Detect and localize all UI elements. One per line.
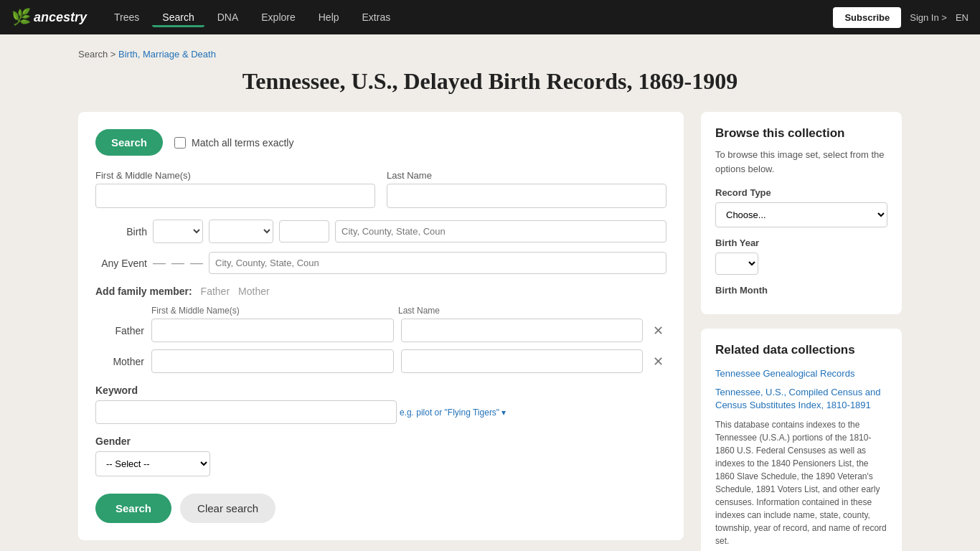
first-middle-group: First & Middle Name(s) bbox=[95, 170, 375, 208]
main-content: Search > Birth, Marriage & Death Tenness… bbox=[67, 34, 913, 551]
last-name-label: Last Name bbox=[387, 170, 666, 181]
search-panel: Search Match all terms exactly First & M… bbox=[78, 112, 684, 540]
mother-row: Mother ✕ bbox=[95, 349, 666, 373]
birth-month-label: Birth Month bbox=[715, 285, 887, 296]
related-link-1[interactable]: Tennessee, U.S., Compiled Census and Cen… bbox=[715, 386, 887, 412]
add-mother-link[interactable]: Mother bbox=[238, 286, 270, 297]
related-collections-card: Related data collections Tennessee Genea… bbox=[701, 329, 902, 551]
nav-search[interactable]: Search bbox=[152, 7, 204, 27]
subscribe-button[interactable]: Subscribe bbox=[833, 7, 901, 28]
keyword-hint[interactable]: e.g. pilot or "Flying Tigers" ▾ bbox=[400, 408, 506, 418]
search-button-top[interactable]: Search bbox=[95, 129, 163, 156]
family-member-headers: First & Middle Name(s) Last Name bbox=[151, 306, 666, 316]
logo[interactable]: 🌿 ancestry bbox=[11, 8, 87, 27]
related-link-0[interactable]: Tennessee Genealogical Records bbox=[715, 367, 887, 380]
nav-dna[interactable]: DNA bbox=[207, 7, 249, 27]
last-name-input[interactable] bbox=[387, 184, 666, 208]
add-family-row: Add family member: Father Mother bbox=[95, 286, 666, 297]
logo-text: ancestry bbox=[34, 10, 87, 25]
related-desc-1: This database contains indexes to the Te… bbox=[715, 418, 887, 547]
add-family-label: Add family member: bbox=[95, 286, 192, 297]
breadcrumb-search: Search bbox=[78, 49, 108, 60]
record-type-select[interactable]: Choose... bbox=[715, 202, 887, 227]
gender-section: Gender -- Select -- Male Female bbox=[95, 435, 666, 476]
browse-collection-title: Browse this collection bbox=[715, 126, 887, 141]
any-event-dash3: — bbox=[190, 255, 203, 270]
birth-label: Birth bbox=[95, 226, 147, 237]
mother-last-name-input[interactable] bbox=[401, 349, 644, 373]
two-column-layout: Search Match all terms exactly First & M… bbox=[78, 112, 902, 551]
mother-label: Mother bbox=[95, 356, 144, 367]
page-title: Tennessee, U.S., Delayed Birth Records, … bbox=[78, 68, 902, 95]
nav-explore[interactable]: Explore bbox=[251, 7, 305, 27]
last-name-group: Last Name bbox=[387, 170, 666, 208]
any-event-location-input[interactable] bbox=[209, 252, 666, 274]
birth-year-select[interactable] bbox=[715, 253, 758, 275]
browse-collection-card: Browse this collection To browse this im… bbox=[701, 112, 902, 314]
birth-year-label: Birth Year bbox=[715, 237, 887, 248]
first-middle-label: First & Middle Name(s) bbox=[95, 170, 375, 181]
any-event-dash1: — bbox=[153, 255, 166, 270]
birth-day-select[interactable] bbox=[153, 220, 203, 243]
nav-help[interactable]: Help bbox=[308, 7, 349, 27]
father-last-name-input[interactable] bbox=[401, 319, 644, 342]
birth-location-input[interactable] bbox=[335, 220, 666, 242]
browse-collection-desc: To browse this image set, select from th… bbox=[715, 148, 887, 176]
clear-search-button[interactable]: Clear search bbox=[180, 494, 275, 523]
signin-button[interactable]: Sign In > bbox=[910, 12, 947, 23]
gender-label: Gender bbox=[95, 435, 666, 447]
nav-trees[interactable]: Trees bbox=[104, 7, 149, 27]
navbar: 🌿 ancestry Trees Search DNA Explore Help… bbox=[0, 0, 980, 34]
family-first-middle-header: First & Middle Name(s) bbox=[151, 306, 391, 316]
any-event-row: Any Event — — — bbox=[95, 252, 666, 274]
mother-first-middle-input[interactable] bbox=[151, 349, 394, 373]
add-father-link[interactable]: Father bbox=[201, 286, 230, 297]
keyword-section: Keyword e.g. pilot or "Flying Tigers" ▾ bbox=[95, 385, 666, 424]
first-middle-input[interactable] bbox=[95, 184, 375, 208]
nav-extras[interactable]: Extras bbox=[352, 7, 401, 27]
gender-select[interactable]: -- Select -- Male Female bbox=[95, 451, 210, 476]
father-label: Father bbox=[95, 325, 144, 336]
birth-event-row: Birth bbox=[95, 220, 666, 243]
breadcrumb: Search > Birth, Marriage & Death bbox=[78, 49, 902, 60]
bottom-buttons: Search Clear search bbox=[95, 494, 666, 523]
ancestry-leaf-icon: 🌿 bbox=[11, 8, 31, 27]
search-header: Search Match all terms exactly bbox=[95, 129, 666, 156]
language-button[interactable]: EN bbox=[956, 12, 969, 23]
keyword-input[interactable] bbox=[95, 400, 397, 424]
father-first-middle-input[interactable] bbox=[151, 319, 394, 342]
name-row: First & Middle Name(s) Last Name bbox=[95, 170, 666, 208]
breadcrumb-separator: > bbox=[110, 49, 118, 60]
record-type-label: Record Type bbox=[715, 187, 887, 198]
match-exact-label[interactable]: Match all terms exactly bbox=[174, 137, 293, 149]
father-row: Father ✕ bbox=[95, 319, 666, 342]
birth-month-select[interactable] bbox=[209, 220, 273, 243]
nav-links: Trees Search DNA Explore Help Extras bbox=[104, 7, 833, 27]
nav-right: Subscribe Sign In > EN bbox=[833, 7, 969, 28]
any-event-dash2: — bbox=[171, 255, 184, 270]
breadcrumb-birth-marriage-death[interactable]: Birth, Marriage & Death bbox=[118, 49, 216, 60]
search-button-bottom[interactable]: Search bbox=[95, 494, 171, 523]
remove-mother-button[interactable]: ✕ bbox=[650, 354, 666, 369]
birth-year-input[interactable] bbox=[279, 220, 329, 242]
match-exact-checkbox[interactable] bbox=[174, 137, 186, 149]
keyword-label: Keyword bbox=[95, 385, 666, 396]
family-last-name-header: Last Name bbox=[398, 306, 638, 316]
remove-father-button[interactable]: ✕ bbox=[650, 323, 666, 339]
related-collections-title: Related data collections bbox=[715, 343, 887, 357]
right-panel: Browse this collection To browse this im… bbox=[701, 112, 902, 551]
any-event-label: Any Event bbox=[95, 258, 147, 269]
